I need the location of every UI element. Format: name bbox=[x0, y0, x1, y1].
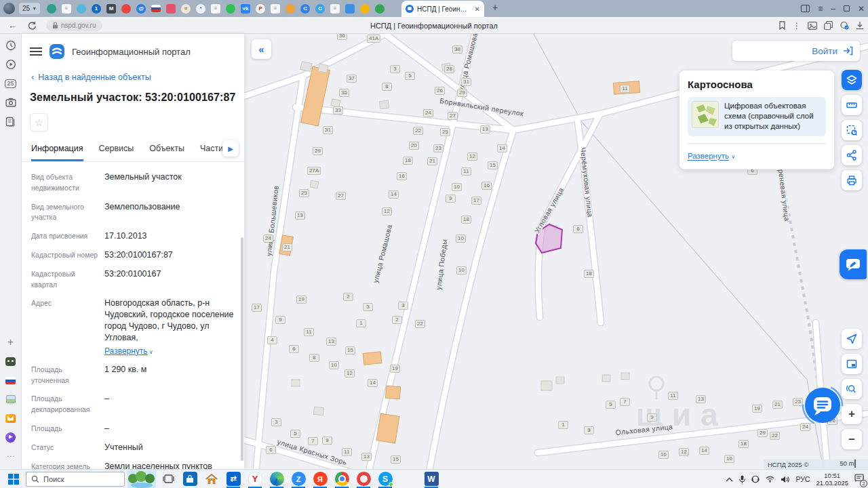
minimize-button[interactable]: – bbox=[831, 5, 835, 13]
pinned-tab-icon[interactable]: ≡ bbox=[271, 4, 280, 14]
tabs-copy-icon[interactable] bbox=[824, 21, 833, 30]
task-view-button[interactable] bbox=[159, 470, 178, 488]
menu-icon[interactable]: ≡ bbox=[818, 5, 823, 13]
microphone-icon[interactable] bbox=[739, 475, 745, 484]
pinned-tab-icon[interactable]: vk bbox=[241, 4, 250, 14]
mail-icon[interactable] bbox=[5, 412, 17, 424]
pinned-tab-icon[interactable] bbox=[360, 4, 370, 14]
browser-logo-icon[interactable] bbox=[3, 3, 15, 14]
ru-flag-icon[interactable] bbox=[5, 374, 17, 386]
feedback-button[interactable] bbox=[840, 249, 867, 279]
more-icon[interactable]: ⋯ bbox=[5, 450, 17, 462]
alice-icon[interactable] bbox=[5, 431, 17, 443]
app-chrome-icon[interactable] bbox=[332, 470, 351, 488]
panel-scrollbar[interactable] bbox=[241, 237, 243, 461]
reload-icon[interactable] bbox=[28, 21, 37, 30]
pinned-tab-icon[interactable] bbox=[47, 4, 56, 14]
active-tab[interactable]: НСПД | Геоинформаци ✕ bbox=[401, 1, 484, 17]
wifi-icon[interactable] bbox=[766, 476, 774, 483]
app-home-icon[interactable] bbox=[202, 470, 221, 488]
locate-me-button[interactable] bbox=[842, 329, 862, 349]
map-canvas[interactable]: щиа улица Большевиковулица Ромашоваулица… bbox=[244, 34, 868, 469]
notes-icon[interactable] bbox=[5, 115, 17, 127]
panel-tab[interactable]: Информация bbox=[31, 138, 83, 161]
favorite-button[interactable]: ☆ bbox=[30, 113, 48, 131]
url-field[interactable]: nspd.gov.ru bbox=[46, 20, 102, 31]
close-button[interactable]: ✕ bbox=[858, 5, 865, 13]
headset-icon[interactable] bbox=[751, 475, 760, 483]
collapse-panel-button[interactable]: « bbox=[252, 39, 271, 59]
tab-counter[interactable]: 25▼ bbox=[19, 3, 40, 14]
pinned-tab-icon[interactable]: C bbox=[315, 4, 325, 14]
app-yandex-icon[interactable]: Я bbox=[311, 470, 330, 488]
expand-link[interactable]: Развернуть ∨ bbox=[104, 346, 237, 357]
back-icon[interactable]: ← bbox=[8, 20, 17, 30]
download-icon[interactable] bbox=[856, 21, 864, 30]
app-skype-icon[interactable]: S bbox=[376, 470, 395, 488]
pinned-tab-icon[interactable]: * bbox=[196, 4, 205, 14]
more-vert-icon[interactable]: ⋮ bbox=[793, 21, 801, 30]
pinned-tab-icon[interactable] bbox=[166, 4, 176, 14]
pinned-tab-icon[interactable]: ≡ bbox=[211, 4, 220, 14]
pinned-tab-icon[interactable]: 1 bbox=[92, 4, 101, 14]
pinned-tab-icon[interactable]: ≡ bbox=[330, 4, 340, 14]
volume-icon[interactable] bbox=[781, 476, 789, 483]
pinned-tab-icon[interactable]: ≡ bbox=[62, 4, 71, 14]
media-icon[interactable] bbox=[808, 22, 817, 30]
bookmark-icon[interactable] bbox=[778, 21, 786, 30]
start-button[interactable] bbox=[8, 474, 19, 485]
tab-counter-icon[interactable]: 25 bbox=[5, 77, 17, 89]
restore-button[interactable] bbox=[844, 5, 850, 12]
panel-tab[interactable]: Сервисы bbox=[99, 138, 134, 159]
photos-icon[interactable] bbox=[5, 393, 17, 405]
pinned-tab-icon[interactable]: @ bbox=[136, 4, 146, 14]
weather-widget[interactable] bbox=[127, 470, 156, 488]
clock[interactable]: 10:5121.03.2025 bbox=[816, 472, 848, 487]
language-indicator[interactable]: РУС bbox=[795, 475, 810, 483]
pinned-tab-icon[interactable]: C bbox=[300, 4, 310, 14]
app-zoom-icon[interactable]: Z bbox=[289, 470, 308, 488]
pinned-tab-icon[interactable] bbox=[375, 4, 384, 14]
hamburger-menu-icon[interactable] bbox=[30, 47, 42, 56]
tray-expand-icon[interactable] bbox=[726, 477, 733, 482]
add-icon[interactable]: + bbox=[5, 336, 17, 348]
app-store-icon[interactable] bbox=[180, 470, 199, 488]
panel-tab[interactable]: Объекты bbox=[149, 138, 184, 159]
tab-close-icon[interactable]: ✕ bbox=[475, 5, 480, 13]
pinned-tab-icon[interactable] bbox=[121, 4, 131, 14]
measure-ruler-button[interactable] bbox=[842, 95, 862, 115]
chat-assistant-button[interactable] bbox=[802, 384, 844, 426]
app-yandex-browser-icon[interactable]: Y bbox=[245, 470, 264, 488]
search-on-map-button[interactable] bbox=[842, 379, 862, 399]
select-area-button[interactable] bbox=[842, 120, 862, 140]
pinned-tab-icon[interactable] bbox=[77, 4, 86, 14]
pinned-tab-icon[interactable]: ¤ bbox=[181, 4, 191, 14]
pinned-tab-icon[interactable] bbox=[345, 4, 355, 14]
app-word-icon[interactable]: W bbox=[422, 470, 441, 488]
share-button[interactable] bbox=[842, 145, 862, 165]
new-tab-button[interactable]: + bbox=[492, 2, 498, 13]
login-bar[interactable]: Войти bbox=[732, 41, 860, 61]
pinned-tab-icon[interactable] bbox=[285, 4, 295, 14]
app-opera-icon[interactable] bbox=[354, 470, 373, 488]
app-teamviewer-icon[interactable]: ⇄ bbox=[224, 470, 243, 488]
print-button[interactable] bbox=[842, 170, 862, 190]
basemap-expand-link[interactable]: Развернуть ∨ bbox=[688, 152, 735, 160]
zoom-out-button[interactable]: – bbox=[842, 429, 862, 449]
pinned-tab-icon[interactable] bbox=[226, 4, 235, 14]
play-icon[interactable] bbox=[5, 58, 17, 70]
pinned-tab-icon[interactable] bbox=[151, 5, 161, 12]
side-panel-icon[interactable] bbox=[801, 5, 810, 12]
basemap-layer-row[interactable]: Цифровая объектовая схема (справочный сл… bbox=[688, 97, 826, 136]
app-edge-icon[interactable] bbox=[267, 470, 286, 488]
pinned-tab-icon[interactable]: P bbox=[256, 4, 265, 14]
back-to-results-link[interactable]: ‹ Назад в найденные объекты bbox=[22, 64, 244, 82]
history-icon[interactable] bbox=[5, 39, 17, 52]
taskbar-search-input[interactable]: Поиск bbox=[26, 472, 125, 487]
overview-map-button[interactable] bbox=[842, 354, 862, 374]
zoom-in-button[interactable]: + bbox=[842, 404, 862, 424]
tabs-overflow-button[interactable]: ▶ bbox=[222, 140, 239, 157]
pinned-tab-icon[interactable]: M bbox=[106, 4, 116, 14]
notifications-button[interactable]: 2 bbox=[854, 473, 864, 485]
layers-button[interactable] bbox=[842, 70, 862, 90]
